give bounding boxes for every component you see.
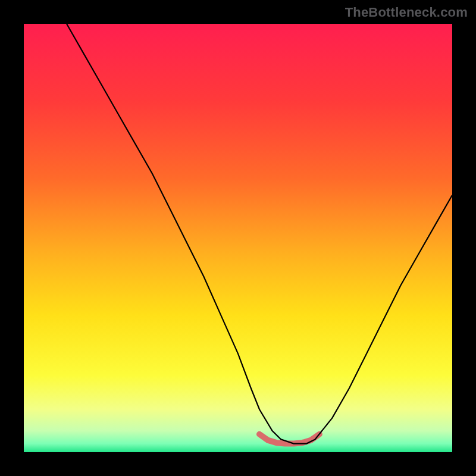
plot-area <box>24 24 452 452</box>
watermark-label: TheBottleneck.com <box>345 5 468 20</box>
curve-layer <box>24 24 452 452</box>
profile-path <box>67 24 452 444</box>
chart-container: TheBottleneck.com <box>0 0 476 476</box>
